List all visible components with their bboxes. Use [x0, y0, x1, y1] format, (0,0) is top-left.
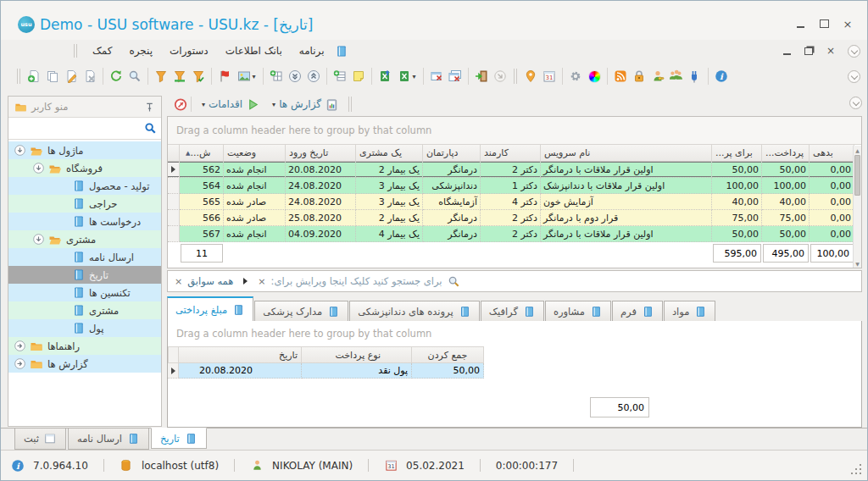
- find-icon[interactable]: [448, 274, 461, 288]
- minimize-button[interactable]: [794, 18, 806, 30]
- child-minimize-button[interactable]: [781, 45, 793, 57]
- grid-row[interactable]: 562 انجام شده 20.08.2020 یک بیمار 2 درما…: [168, 162, 854, 178]
- note-icon[interactable]: [349, 66, 368, 86]
- calendar-icon[interactable]: 31: [540, 66, 559, 86]
- rss-icon[interactable]: [611, 66, 630, 86]
- image-menu-icon[interactable]: ▾: [234, 66, 259, 86]
- clear-filter-icon[interactable]: ×: [175, 276, 182, 287]
- filter-check-icon[interactable]: [189, 66, 208, 86]
- close-button[interactable]: ×: [842, 18, 854, 30]
- column-header-service[interactable]: نام سرویس: [541, 145, 712, 162]
- collapse-arrow-icon[interactable]: [32, 233, 45, 246]
- grid-row[interactable]: 566 صادر شده 25.08.2020 یک بیمار 2 درمان…: [168, 210, 854, 226]
- tab-graphic[interactable]: گرافیک: [481, 301, 544, 321]
- tab-history[interactable]: تاریخ: [151, 428, 207, 449]
- scroll-down-icon[interactable]: ▼: [854, 259, 861, 268]
- user-groups-icon[interactable]: [667, 66, 686, 86]
- column-header-id[interactable]: ش...▲: [180, 145, 224, 162]
- tree-item-requests[interactable]: درخواست ها: [8, 213, 161, 230]
- filter-dropdown-icon[interactable]: [243, 278, 248, 285]
- menu-database[interactable]: بانک اطلاعات: [219, 42, 289, 59]
- filter-icon[interactable]: [152, 66, 170, 86]
- filter-applied-icon[interactable]: [170, 66, 189, 86]
- tab-register[interactable]: ثبت: [14, 428, 66, 450]
- grid-row[interactable]: 564 انجام شده 24.08.2020 یک بیمار 3 دندا…: [168, 178, 854, 194]
- expand-arrow-icon[interactable]: [14, 340, 26, 352]
- tab-form[interactable]: فرم: [612, 301, 663, 321]
- column-header-employee[interactable]: کارمند: [481, 145, 541, 162]
- refresh-icon[interactable]: [107, 66, 125, 86]
- collapse-arrow-icon[interactable]: [32, 162, 45, 174]
- tree-item-technicians[interactable]: تکنسین ها: [8, 284, 161, 301]
- column-header-status[interactable]: وضعیت: [224, 145, 286, 162]
- column-header-sum[interactable]: جمع کردن: [412, 346, 484, 363]
- clear-search-icon[interactable]: ×: [258, 276, 265, 287]
- close-all-windows-icon[interactable]: [446, 66, 465, 86]
- exit-icon[interactable]: [472, 66, 491, 86]
- search-icon[interactable]: [125, 66, 144, 86]
- resize-grip[interactable]: [850, 463, 862, 475]
- tab-consultation[interactable]: مشاوره: [545, 301, 611, 321]
- tree-item-customer-group[interactable]: مشتری: [8, 230, 161, 248]
- tree-item-auction[interactable]: حراجی: [8, 195, 161, 213]
- column-header-debt[interactable]: بدهی: [810, 145, 854, 162]
- tab-medical-documents[interactable]: مدارک پزشکی: [254, 301, 348, 321]
- user-permissions-icon[interactable]: [648, 66, 667, 86]
- linked-record-icon[interactable]: [491, 66, 509, 86]
- tab-materials[interactable]: مواد: [664, 301, 715, 321]
- column-header-payment-type[interactable]: نوع پرداخت: [302, 346, 412, 363]
- maximize-button[interactable]: [818, 18, 830, 30]
- subgrid-row[interactable]: 20.08.2020 پول نقد 50,00: [168, 363, 861, 379]
- group-by-panel[interactable]: Drag a column header here to group by th…: [168, 117, 861, 145]
- tree-item-reports[interactable]: گزارش ها: [8, 355, 161, 373]
- expand-all-icon[interactable]: [304, 66, 323, 86]
- lock-icon[interactable]: [630, 66, 648, 86]
- add-record-icon[interactable]: [25, 66, 43, 86]
- scrollbar-thumb[interactable]: [854, 155, 860, 196]
- add-column-icon[interactable]: [267, 66, 286, 86]
- tree-item-production-product[interactable]: تولید - محصول: [8, 177, 161, 195]
- toolbar-overflow-button[interactable]: [848, 70, 860, 83]
- sidebar-search-icon[interactable]: [143, 122, 157, 135]
- settings-icon[interactable]: [566, 66, 585, 86]
- cancel-icon[interactable]: [174, 97, 187, 111]
- location-icon[interactable]: [521, 66, 540, 86]
- sidebar-search-input[interactable]: [13, 120, 143, 137]
- tree-item-money[interactable]: پول: [8, 319, 161, 337]
- pin-icon[interactable]: [142, 100, 156, 113]
- excel-export-icon[interactable]: [376, 66, 394, 86]
- excel-import-menu-icon[interactable]: ▾: [394, 66, 420, 86]
- tree-item-history[interactable]: تاریخ: [8, 266, 161, 284]
- tab-paid-amount[interactable]: مبلغ پرداختی: [167, 296, 253, 321]
- delete-record-icon[interactable]: [81, 66, 99, 86]
- toolbar-grip[interactable]: [17, 69, 20, 84]
- menubar-overflow-button[interactable]: [848, 45, 860, 58]
- grid-vertical-scrollbar[interactable]: ▲ ▼: [853, 146, 861, 268]
- tab-dental-records[interactable]: پرونده های دندانپزشکی: [349, 301, 479, 321]
- tree-item-send-letter[interactable]: ارسال نامه: [8, 248, 161, 266]
- column-header-department[interactable]: دپارتمان: [423, 145, 481, 162]
- tree-item-guides[interactable]: راهنماها: [8, 337, 161, 355]
- tree-item-modules[interactable]: ماژول ها: [8, 141, 161, 159]
- column-header-entry-date[interactable]: تاریخ ورود: [286, 145, 356, 162]
- search-hint[interactable]: برای جستجو کنید کلیک اینجا ویرایش برای:: [271, 275, 442, 287]
- column-header-for-pay[interactable]: برای پر...: [712, 145, 762, 162]
- child-restore-button[interactable]: [803, 45, 815, 57]
- child-close-button[interactable]: ×: [825, 45, 837, 57]
- column-header-date[interactable]: تاریخ: [179, 346, 302, 363]
- menu-program[interactable]: برنامه: [292, 42, 331, 59]
- copy-record-icon[interactable]: [43, 66, 62, 86]
- edit-record-icon[interactable]: [62, 66, 81, 86]
- plugin-icon[interactable]: [686, 66, 704, 86]
- collapse-arrow-icon[interactable]: [14, 144, 26, 157]
- actionsbar-grip[interactable]: [348, 97, 352, 112]
- add-row-icon[interactable]: [331, 66, 349, 86]
- actions-button[interactable]: ▾ اقدامات: [195, 96, 265, 113]
- tab-send-letter[interactable]: ارسال نامه: [68, 428, 149, 450]
- expand-arrow-icon[interactable]: [14, 357, 26, 370]
- group-by-panel[interactable]: Drag a column header here to group by th…: [168, 321, 861, 346]
- grid-row[interactable]: 565 صادر شده 24.08.2020 یک بیمار 3 آزمای…: [168, 194, 854, 210]
- actionsbar-overflow-button[interactable]: [849, 97, 862, 109]
- collapse-all-icon[interactable]: [286, 66, 304, 86]
- color-scheme-icon[interactable]: [585, 66, 604, 86]
